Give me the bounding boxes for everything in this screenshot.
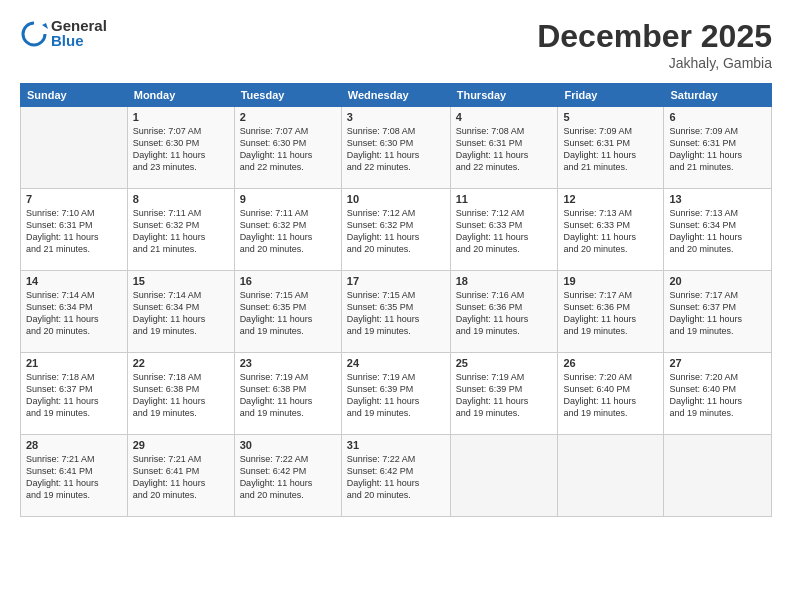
day-number: 15 (133, 275, 229, 287)
day-info: Sunrise: 7:07 AM Sunset: 6:30 PM Dayligh… (240, 125, 336, 174)
day-cell (558, 435, 664, 517)
day-cell: 29Sunrise: 7:21 AM Sunset: 6:41 PM Dayli… (127, 435, 234, 517)
day-number: 5 (563, 111, 658, 123)
day-number: 12 (563, 193, 658, 205)
day-number: 17 (347, 275, 445, 287)
day-cell: 6Sunrise: 7:09 AM Sunset: 6:31 PM Daylig… (664, 107, 772, 189)
day-number: 7 (26, 193, 122, 205)
day-number: 25 (456, 357, 553, 369)
col-wednesday: Wednesday (341, 84, 450, 107)
day-info: Sunrise: 7:20 AM Sunset: 6:40 PM Dayligh… (563, 371, 658, 420)
day-info: Sunrise: 7:07 AM Sunset: 6:30 PM Dayligh… (133, 125, 229, 174)
day-cell: 8Sunrise: 7:11 AM Sunset: 6:32 PM Daylig… (127, 189, 234, 271)
day-info: Sunrise: 7:12 AM Sunset: 6:32 PM Dayligh… (347, 207, 445, 256)
day-cell: 17Sunrise: 7:15 AM Sunset: 6:35 PM Dayli… (341, 271, 450, 353)
calendar-body: 1Sunrise: 7:07 AM Sunset: 6:30 PM Daylig… (21, 107, 772, 517)
week-row-4: 21Sunrise: 7:18 AM Sunset: 6:37 PM Dayli… (21, 353, 772, 435)
day-number: 2 (240, 111, 336, 123)
day-info: Sunrise: 7:16 AM Sunset: 6:36 PM Dayligh… (456, 289, 553, 338)
header-row: Sunday Monday Tuesday Wednesday Thursday… (21, 84, 772, 107)
day-cell: 21Sunrise: 7:18 AM Sunset: 6:37 PM Dayli… (21, 353, 128, 435)
day-number: 24 (347, 357, 445, 369)
day-cell: 1Sunrise: 7:07 AM Sunset: 6:30 PM Daylig… (127, 107, 234, 189)
day-number: 14 (26, 275, 122, 287)
logo-blue-text: Blue (51, 33, 107, 48)
day-cell: 30Sunrise: 7:22 AM Sunset: 6:42 PM Dayli… (234, 435, 341, 517)
day-cell: 5Sunrise: 7:09 AM Sunset: 6:31 PM Daylig… (558, 107, 664, 189)
day-info: Sunrise: 7:19 AM Sunset: 6:39 PM Dayligh… (347, 371, 445, 420)
day-cell: 2Sunrise: 7:07 AM Sunset: 6:30 PM Daylig… (234, 107, 341, 189)
page: General Blue December 2025 Jakhaly, Gamb… (0, 0, 792, 612)
day-number: 3 (347, 111, 445, 123)
logo-text: General Blue (51, 18, 107, 48)
day-info: Sunrise: 7:11 AM Sunset: 6:32 PM Dayligh… (133, 207, 229, 256)
col-monday: Monday (127, 84, 234, 107)
day-info: Sunrise: 7:19 AM Sunset: 6:39 PM Dayligh… (456, 371, 553, 420)
day-cell: 16Sunrise: 7:15 AM Sunset: 6:35 PM Dayli… (234, 271, 341, 353)
day-info: Sunrise: 7:21 AM Sunset: 6:41 PM Dayligh… (26, 453, 122, 502)
day-info: Sunrise: 7:21 AM Sunset: 6:41 PM Dayligh… (133, 453, 229, 502)
logo-general-text: General (51, 18, 107, 33)
day-cell (664, 435, 772, 517)
col-thursday: Thursday (450, 84, 558, 107)
day-cell (21, 107, 128, 189)
day-number: 22 (133, 357, 229, 369)
day-cell: 14Sunrise: 7:14 AM Sunset: 6:34 PM Dayli… (21, 271, 128, 353)
day-info: Sunrise: 7:09 AM Sunset: 6:31 PM Dayligh… (669, 125, 766, 174)
day-cell: 23Sunrise: 7:19 AM Sunset: 6:38 PM Dayli… (234, 353, 341, 435)
day-cell: 3Sunrise: 7:08 AM Sunset: 6:30 PM Daylig… (341, 107, 450, 189)
day-number: 1 (133, 111, 229, 123)
day-number: 10 (347, 193, 445, 205)
day-number: 28 (26, 439, 122, 451)
calendar-header: Sunday Monday Tuesday Wednesday Thursday… (21, 84, 772, 107)
day-info: Sunrise: 7:13 AM Sunset: 6:33 PM Dayligh… (563, 207, 658, 256)
day-info: Sunrise: 7:14 AM Sunset: 6:34 PM Dayligh… (26, 289, 122, 338)
day-number: 9 (240, 193, 336, 205)
week-row-1: 1Sunrise: 7:07 AM Sunset: 6:30 PM Daylig… (21, 107, 772, 189)
day-number: 6 (669, 111, 766, 123)
day-info: Sunrise: 7:19 AM Sunset: 6:38 PM Dayligh… (240, 371, 336, 420)
day-cell: 31Sunrise: 7:22 AM Sunset: 6:42 PM Dayli… (341, 435, 450, 517)
day-number: 8 (133, 193, 229, 205)
day-cell: 10Sunrise: 7:12 AM Sunset: 6:32 PM Dayli… (341, 189, 450, 271)
day-cell: 15Sunrise: 7:14 AM Sunset: 6:34 PM Dayli… (127, 271, 234, 353)
location-subtitle: Jakhaly, Gambia (537, 55, 772, 71)
day-info: Sunrise: 7:17 AM Sunset: 6:37 PM Dayligh… (669, 289, 766, 338)
day-info: Sunrise: 7:20 AM Sunset: 6:40 PM Dayligh… (669, 371, 766, 420)
day-info: Sunrise: 7:15 AM Sunset: 6:35 PM Dayligh… (347, 289, 445, 338)
day-number: 18 (456, 275, 553, 287)
day-info: Sunrise: 7:22 AM Sunset: 6:42 PM Dayligh… (347, 453, 445, 502)
col-friday: Friday (558, 84, 664, 107)
day-number: 26 (563, 357, 658, 369)
col-sunday: Sunday (21, 84, 128, 107)
day-cell: 4Sunrise: 7:08 AM Sunset: 6:31 PM Daylig… (450, 107, 558, 189)
week-row-3: 14Sunrise: 7:14 AM Sunset: 6:34 PM Dayli… (21, 271, 772, 353)
day-info: Sunrise: 7:15 AM Sunset: 6:35 PM Dayligh… (240, 289, 336, 338)
day-cell: 20Sunrise: 7:17 AM Sunset: 6:37 PM Dayli… (664, 271, 772, 353)
day-cell: 25Sunrise: 7:19 AM Sunset: 6:39 PM Dayli… (450, 353, 558, 435)
col-saturday: Saturday (664, 84, 772, 107)
month-title: December 2025 (537, 18, 772, 55)
day-info: Sunrise: 7:14 AM Sunset: 6:34 PM Dayligh… (133, 289, 229, 338)
day-number: 23 (240, 357, 336, 369)
day-number: 27 (669, 357, 766, 369)
title-block: December 2025 Jakhaly, Gambia (537, 18, 772, 71)
day-info: Sunrise: 7:11 AM Sunset: 6:32 PM Dayligh… (240, 207, 336, 256)
day-cell: 27Sunrise: 7:20 AM Sunset: 6:40 PM Dayli… (664, 353, 772, 435)
day-cell: 18Sunrise: 7:16 AM Sunset: 6:36 PM Dayli… (450, 271, 558, 353)
week-row-5: 28Sunrise: 7:21 AM Sunset: 6:41 PM Dayli… (21, 435, 772, 517)
day-info: Sunrise: 7:22 AM Sunset: 6:42 PM Dayligh… (240, 453, 336, 502)
day-cell: 9Sunrise: 7:11 AM Sunset: 6:32 PM Daylig… (234, 189, 341, 271)
day-info: Sunrise: 7:08 AM Sunset: 6:31 PM Dayligh… (456, 125, 553, 174)
day-number: 21 (26, 357, 122, 369)
day-info: Sunrise: 7:08 AM Sunset: 6:30 PM Dayligh… (347, 125, 445, 174)
day-info: Sunrise: 7:13 AM Sunset: 6:34 PM Dayligh… (669, 207, 766, 256)
day-number: 31 (347, 439, 445, 451)
day-info: Sunrise: 7:17 AM Sunset: 6:36 PM Dayligh… (563, 289, 658, 338)
day-cell: 12Sunrise: 7:13 AM Sunset: 6:33 PM Dayli… (558, 189, 664, 271)
day-info: Sunrise: 7:12 AM Sunset: 6:33 PM Dayligh… (456, 207, 553, 256)
calendar-table: Sunday Monday Tuesday Wednesday Thursday… (20, 83, 772, 517)
day-cell: 7Sunrise: 7:10 AM Sunset: 6:31 PM Daylig… (21, 189, 128, 271)
week-row-2: 7Sunrise: 7:10 AM Sunset: 6:31 PM Daylig… (21, 189, 772, 271)
day-cell: 24Sunrise: 7:19 AM Sunset: 6:39 PM Dayli… (341, 353, 450, 435)
